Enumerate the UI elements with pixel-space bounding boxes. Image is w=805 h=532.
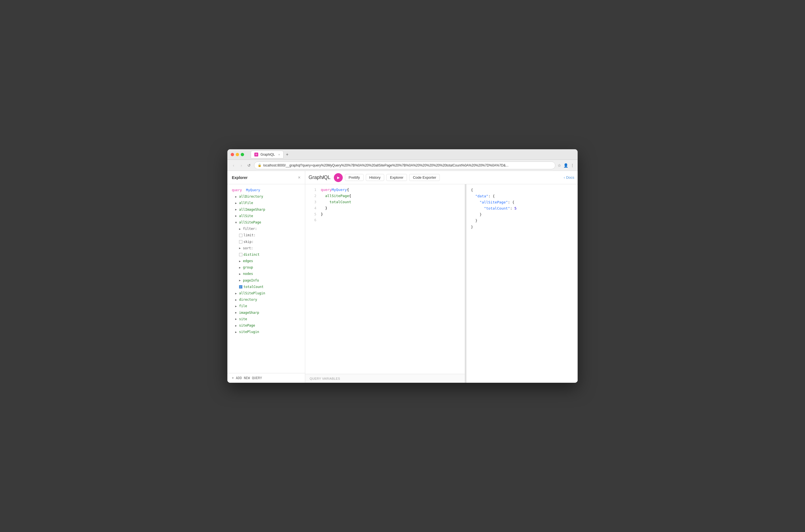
tree-item-allFile[interactable]: ▶ allFile: [227, 200, 305, 206]
tree-item-allSitePage[interactable]: ▼ allSitePage: [227, 219, 305, 226]
arrow-icon: ▶: [235, 304, 238, 308]
tree-label: file: [239, 304, 247, 309]
tree-label: allImageSharp: [239, 207, 265, 212]
editor-line-6: 6: [305, 217, 465, 224]
tree-item-allImageSharp[interactable]: ▶ allImageSharp: [227, 207, 305, 213]
tab-area: G GraphiQL × +: [251, 151, 574, 158]
result-line: "totalCount": 5: [466, 205, 578, 211]
tree-item-edges[interactable]: ▶ edges: [227, 258, 305, 264]
browser-window: G GraphiQL × + ‹ › ↺ 🔒 localhost:8000/__…: [227, 149, 578, 383]
tree-item-sitePage[interactable]: ▶ sitePage: [227, 322, 305, 329]
explorer-close-button[interactable]: ×: [298, 175, 301, 180]
tree-item-filter[interactable]: ▶ filter:: [227, 226, 305, 232]
tree-label: directory: [239, 297, 257, 302]
editor-result-area: 1 query MyQuery { 2 allSitePage {: [305, 184, 578, 383]
tab-close-button[interactable]: ×: [278, 153, 280, 156]
forward-button[interactable]: ›: [238, 163, 244, 168]
tree-item-sitePlugin[interactable]: ▶ sitePlugin: [227, 329, 305, 335]
main-content: Explorer × query MyQuery ▶ allDirectory …: [227, 171, 578, 383]
arrow-icon: ▶: [235, 317, 238, 321]
tree-item-directory[interactable]: ▶ directory: [227, 297, 305, 303]
result-line: "allSitePage": {: [466, 199, 578, 205]
editor-line-3: 3 totalCount: [305, 199, 465, 205]
tree-item-skip[interactable]: skip:: [227, 239, 305, 245]
checkbox-icon[interactable]: ✓: [239, 285, 243, 288]
minimize-window-button[interactable]: [236, 153, 239, 156]
tree-item-allSitePlugin[interactable]: ▶ allSitePlugin: [227, 290, 305, 297]
code-editor[interactable]: 1 query MyQuery { 2 allSitePage {: [305, 184, 465, 374]
tree-label: group: [243, 265, 253, 270]
url-bar[interactable]: 🔒 localhost:8000/__graphql?query=query%2…: [254, 162, 555, 169]
result-line: "data": {: [466, 193, 578, 199]
tree-item-distinct[interactable]: distinct: [227, 251, 305, 258]
arrow-icon: ▶: [235, 298, 238, 302]
tree-item-imageSharp[interactable]: ▶ imageSharp: [227, 310, 305, 316]
title-bar: G GraphiQL × +: [227, 149, 578, 160]
bookmark-icon[interactable]: ☆: [558, 163, 561, 168]
tree-item-nodes[interactable]: ▶ nodes: [227, 271, 305, 277]
tree-label: totalCount: [244, 284, 264, 290]
profile-icon[interactable]: 👤: [563, 163, 568, 168]
tree-label: allSitePlugin: [239, 291, 265, 296]
query-name: MyQuery: [246, 188, 260, 193]
result-line: }: [466, 217, 578, 224]
tree-label: allDirectory: [239, 194, 263, 199]
tree-item-totalCount[interactable]: ✓ totalCount: [227, 284, 305, 290]
query-variables-label: QUERY VARIABLES: [310, 377, 340, 380]
history-button[interactable]: History: [366, 174, 384, 181]
back-button[interactable]: ‹: [231, 163, 236, 168]
brace: }: [321, 211, 323, 217]
browser-tab[interactable]: G GraphiQL ×: [251, 151, 284, 158]
tree-label: filter:: [243, 226, 257, 231]
tree-item-sort[interactable]: ▶ sort:: [227, 245, 305, 251]
tree-item-site[interactable]: ▶ site: [227, 316, 305, 322]
explorer-footer: + ADD NEW QUERY: [227, 373, 305, 383]
tree-label: sitePage: [239, 323, 255, 328]
graphiql-logo: GraphiQL: [309, 174, 330, 180]
query-variables-bar[interactable]: QUERY VARIABLES: [305, 374, 465, 383]
explorer-header: Explorer ×: [227, 171, 305, 184]
menu-icon[interactable]: ⋮: [570, 163, 574, 168]
explorer-title: Explorer: [232, 175, 248, 180]
add-new-query-button[interactable]: + ADD NEW QUERY: [232, 376, 301, 380]
editor-panel: 1 query MyQuery { 2 allSitePage {: [305, 184, 465, 383]
code-exporter-button[interactable]: Code Exporter: [409, 174, 440, 181]
checkbox-icon[interactable]: [239, 253, 243, 256]
tree-item-allSite[interactable]: ▶ allSite: [227, 213, 305, 219]
tab-favicon: G: [254, 153, 258, 156]
field-name: allSitePage: [325, 193, 349, 199]
tree-item-limit[interactable]: limit:: [227, 232, 305, 239]
checkbox-icon[interactable]: [239, 240, 243, 244]
tree-item-pageInfo[interactable]: ▶ pageInfo: [227, 278, 305, 284]
prettify-button[interactable]: Prettify: [345, 174, 363, 181]
explorer-button[interactable]: Explorer: [386, 174, 407, 181]
run-query-button[interactable]: ▶: [334, 173, 343, 182]
checkbox-icon[interactable]: [239, 234, 243, 237]
brace: {: [349, 193, 351, 199]
arrow-icon: ▶: [239, 278, 242, 283]
tree-label: sitePlugin: [239, 329, 259, 335]
arrow-icon: ▶: [239, 272, 242, 276]
line-number: 6: [310, 217, 316, 223]
tree-item-group[interactable]: ▶ group: [227, 264, 305, 271]
url-text: localhost:8000/__graphql?query=query%20M…: [263, 164, 509, 167]
refresh-button[interactable]: ↺: [246, 163, 252, 168]
tree-item-allDirectory[interactable]: ▶ allDirectory: [227, 193, 305, 200]
docs-button[interactable]: ‹ Docs: [564, 175, 574, 179]
editor-line-1: 1 query MyQuery {: [305, 187, 465, 193]
docs-label: Docs: [566, 175, 574, 179]
fullscreen-window-button[interactable]: [241, 153, 244, 156]
arrow-icon: ▶: [235, 194, 238, 199]
arrow-icon: ▶: [239, 265, 242, 270]
close-window-button[interactable]: [231, 153, 234, 156]
address-actions: ☆ 👤 ⋮: [558, 163, 574, 168]
query-name: MyQuery: [332, 187, 347, 193]
play-icon: ▶: [337, 176, 340, 179]
tree-label: distinct: [244, 252, 260, 258]
line-number: 1: [310, 187, 316, 193]
explorer-panel: Explorer × query MyQuery ▶ allDirectory …: [227, 171, 305, 383]
tree-item-file[interactable]: ▶ file: [227, 303, 305, 309]
new-tab-button[interactable]: +: [286, 152, 288, 157]
address-bar: ‹ › ↺ 🔒 localhost:8000/__graphql?query=q…: [227, 160, 578, 171]
tree-label: allFile: [239, 201, 253, 206]
